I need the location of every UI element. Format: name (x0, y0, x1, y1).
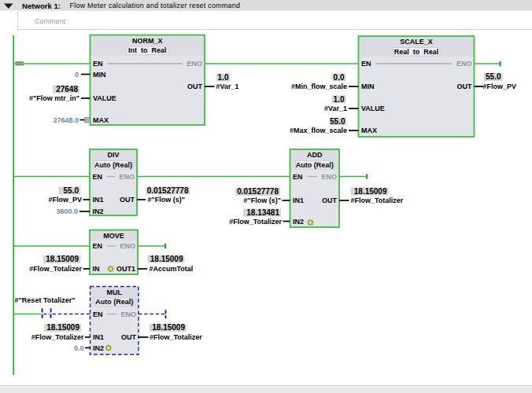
svg-text:IN1: IN1 (293, 196, 304, 204)
svg-text:MAX: MAX (93, 116, 109, 124)
svg-text:#Flow_PV: #Flow_PV (48, 196, 82, 204)
svg-text:1.0: 1.0 (218, 73, 229, 82)
svg-text:ENO: ENO (456, 60, 472, 68)
svg-text:0.01527778: 0.01527778 (147, 186, 189, 195)
svg-text:OUT: OUT (187, 83, 203, 90)
svg-text:#Flow_Totalizer: #Flow_Totalizer (150, 333, 202, 341)
svg-text:18.15009: 18.15009 (354, 187, 387, 196)
svg-text:55.0: 55.0 (330, 117, 345, 126)
svg-text:#Flow_Totalizer: #Flow_Totalizer (351, 196, 404, 204)
svg-text:OUT1: OUT1 (116, 265, 135, 273)
svg-text:ENO: ENO (321, 173, 337, 181)
svg-text:DIV: DIV (107, 151, 119, 159)
svg-text:MIN: MIN (361, 83, 375, 90)
svg-text:SCALE_X: SCALE_X (400, 38, 433, 46)
svg-text:#Max_flow_scale: #Max_flow_scale (290, 127, 347, 134)
svg-text:#"Reset Totalizer": #"Reset Totalizer" (15, 296, 76, 304)
svg-text:#AccumTotal: #AccumTotal (150, 265, 194, 273)
svg-text:ENO: ENO (187, 60, 202, 68)
svg-text:18.15009: 18.15009 (46, 323, 79, 332)
svg-text:MOVE: MOVE (103, 232, 124, 240)
svg-text:Comment: Comment (35, 17, 66, 25)
svg-text:27648: 27648 (56, 85, 78, 94)
svg-text:Int to Real: Int to Real (128, 46, 167, 54)
svg-text:55.0: 55.0 (486, 72, 501, 81)
svg-text:#Var_1: #Var_1 (324, 105, 347, 112)
svg-text:18.15009: 18.15009 (152, 323, 185, 332)
svg-text:EN: EN (93, 242, 103, 250)
svg-text:NORM_X: NORM_X (132, 37, 163, 45)
svg-text:IN2: IN2 (93, 344, 104, 352)
svg-text:ADD: ADD (307, 151, 323, 159)
svg-text:0.01527778: 0.01527778 (237, 187, 279, 196)
svg-text:IN2: IN2 (293, 218, 304, 226)
svg-text:OUT: OUT (457, 83, 473, 90)
svg-text:#Var_1: #Var_1 (216, 83, 239, 90)
svg-text:EN: EN (293, 173, 303, 181)
svg-text:0.0: 0.0 (334, 73, 345, 82)
svg-text:18.13481: 18.13481 (246, 208, 279, 217)
svg-text:#Min_flow_scale: #Min_flow_scale (291, 83, 347, 90)
svg-text:3600.0: 3600.0 (56, 208, 78, 215)
svg-text:Auto (Real): Auto (Real) (296, 161, 334, 169)
svg-text:#Flow_Totalizer: #Flow_Totalizer (229, 218, 282, 226)
svg-text:IN2: IN2 (93, 208, 104, 215)
svg-text:Real to Real: Real to Real (394, 48, 439, 56)
svg-text:18.15009: 18.15009 (150, 255, 183, 263)
svg-text:18.15009: 18.15009 (46, 255, 79, 263)
svg-text:OUT: OUT (121, 333, 137, 341)
svg-text:OUT: OUT (120, 196, 135, 204)
svg-text:Auto (Real): Auto (Real) (95, 298, 133, 306)
svg-text:VALUE: VALUE (93, 94, 116, 102)
svg-text:ENO: ENO (120, 310, 136, 318)
svg-text:55.0: 55.0 (64, 186, 79, 195)
svg-text:#"Flow (s)": #"Flow (s)" (148, 196, 186, 204)
svg-text:#Flow_PV: #Flow_PV (483, 83, 517, 90)
svg-text:VALUE: VALUE (361, 105, 385, 112)
svg-text:ENO: ENO (119, 173, 135, 181)
svg-text:IN1: IN1 (93, 333, 104, 341)
svg-text:#"Flow (s)": #"Flow (s)" (243, 196, 281, 204)
svg-text:#Flow_Totalizer: #Flow_Totalizer (31, 333, 84, 341)
svg-text:MIN: MIN (93, 71, 106, 79)
svg-text:Auto (Real): Auto (Real) (94, 161, 132, 169)
svg-text:MAX: MAX (361, 127, 377, 134)
svg-text:EN: EN (361, 60, 371, 68)
svg-text:MUL: MUL (107, 288, 123, 296)
svg-text:EN: EN (93, 60, 103, 68)
svg-text:0: 0 (75, 71, 79, 79)
svg-text:OUT: OUT (322, 196, 338, 204)
svg-text:EN: EN (93, 173, 103, 181)
svg-text:0.0: 0.0 (74, 344, 84, 352)
svg-text:Network 1:: Network 1: (22, 2, 61, 10)
svg-text:#"Flow mtr_in": #"Flow mtr_in" (29, 94, 79, 102)
svg-text:1.0: 1.0 (334, 95, 345, 104)
svg-text:IN: IN (93, 265, 100, 273)
svg-text:27648.0: 27648.0 (53, 116, 79, 124)
svg-text:EN: EN (93, 310, 103, 318)
svg-text:#Flow_Totalizer: #Flow_Totalizer (29, 265, 82, 273)
svg-text:ENO: ENO (120, 242, 135, 250)
svg-text:Flow Meter calculation and tot: Flow Meter calculation and totalizer res… (70, 2, 241, 9)
svg-text:IN1: IN1 (93, 196, 104, 204)
